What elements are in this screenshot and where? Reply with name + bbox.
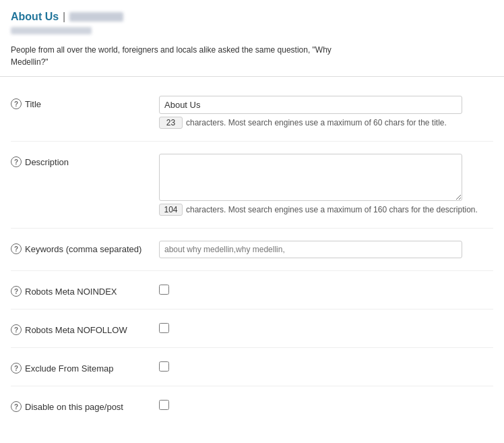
help-icon-robots-nofollow[interactable]: ? bbox=[11, 324, 22, 335]
help-icon-exclude-sitemap[interactable]: ? bbox=[11, 363, 22, 374]
description-input[interactable] bbox=[159, 154, 462, 201]
field-input-col-robots-noindex bbox=[159, 283, 493, 295]
title-char-info: 23 characters. Most search engines use a… bbox=[159, 117, 493, 129]
field-input-col-robots-nofollow bbox=[159, 322, 493, 333]
preview-text: People from all over the world, foreigne… bbox=[11, 44, 334, 68]
page-wrapper: About Us | People from all over the worl… bbox=[0, 0, 504, 443]
field-label-disable-page: Disable on this page/post bbox=[25, 402, 123, 412]
help-icon-disable-page[interactable]: ? bbox=[11, 401, 22, 412]
field-label-keywords: Keywords (comma separated) bbox=[25, 244, 141, 254]
field-input-col-title: 23 characters. Most search engines use a… bbox=[159, 96, 493, 129]
field-row-robots-nofollow: ? Robots Meta NOFOLLOW bbox=[11, 309, 493, 348]
title-char-info-text: characters. Most search engines use a ma… bbox=[186, 118, 447, 127]
field-label-exclude-sitemap: Exclude From Sitemap bbox=[25, 363, 114, 374]
field-input-col-exclude-sitemap bbox=[159, 360, 493, 372]
breadcrumb: About Us | bbox=[11, 11, 493, 23]
robots-nofollow-checkbox[interactable] bbox=[159, 323, 169, 333]
field-label-col-keywords: ? Keywords (comma separated) bbox=[11, 241, 159, 254]
disable-page-checkbox[interactable] bbox=[159, 400, 169, 410]
field-label-robots-nofollow: Robots Meta NOFOLLOW bbox=[25, 325, 127, 335]
help-icon-keywords[interactable]: ? bbox=[11, 243, 22, 254]
field-label-col-description: ? Description bbox=[11, 154, 159, 167]
field-label-description: Description bbox=[25, 157, 69, 167]
exclude-sitemap-checkbox[interactable] bbox=[159, 361, 169, 372]
help-icon-description[interactable]: ? bbox=[11, 156, 22, 167]
description-char-info-text: characters. Most search engines use a ma… bbox=[186, 205, 478, 214]
field-label-col-exclude-sitemap: ? Exclude From Sitemap bbox=[11, 360, 159, 374]
page-title: About Us bbox=[11, 11, 59, 23]
subtitle-blurred bbox=[11, 27, 92, 34]
field-row-title: ? Title 23 characters. Most search engin… bbox=[11, 84, 493, 142]
title-char-count: 23 bbox=[159, 117, 183, 129]
form-area: ? Title 23 characters. Most search engin… bbox=[0, 77, 504, 431]
field-row-disable-page: ? Disable on this page/post bbox=[11, 386, 493, 424]
field-label-title: Title bbox=[25, 99, 41, 109]
field-label-col-robots-nofollow: ? Robots Meta NOFOLLOW bbox=[11, 322, 159, 335]
field-input-col-disable-page bbox=[159, 398, 493, 410]
description-char-count: 104 bbox=[159, 204, 183, 216]
field-label-col-robots-noindex: ? Robots Meta NOINDEX bbox=[11, 283, 159, 297]
field-row-description: ? Description 104 characters. Most searc… bbox=[11, 142, 493, 229]
help-icon-title[interactable]: ? bbox=[11, 98, 22, 109]
title-input[interactable] bbox=[159, 96, 462, 114]
description-char-info: 104 characters. Most search engines use … bbox=[159, 204, 493, 216]
field-row-keywords: ? Keywords (comma separated) bbox=[11, 229, 493, 271]
field-input-col-description: 104 characters. Most search engines use … bbox=[159, 154, 493, 216]
field-label-robots-noindex: Robots Meta NOINDEX bbox=[25, 287, 117, 297]
field-label-col-disable-page: ? Disable on this page/post bbox=[11, 398, 159, 412]
header-area: About Us | People from all over the worl… bbox=[0, 0, 504, 77]
field-label-col-title: ? Title bbox=[11, 96, 159, 109]
help-icon-robots-noindex[interactable]: ? bbox=[11, 286, 22, 297]
breadcrumb-blurred-part bbox=[69, 12, 123, 22]
field-row-robots-noindex: ? Robots Meta NOINDEX bbox=[11, 271, 493, 309]
keywords-input[interactable] bbox=[159, 241, 462, 258]
robots-noindex-checkbox[interactable] bbox=[159, 285, 169, 295]
breadcrumb-separator: | bbox=[63, 11, 65, 23]
field-input-col-keywords bbox=[159, 241, 493, 258]
field-row-exclude-sitemap: ? Exclude From Sitemap bbox=[11, 348, 493, 386]
